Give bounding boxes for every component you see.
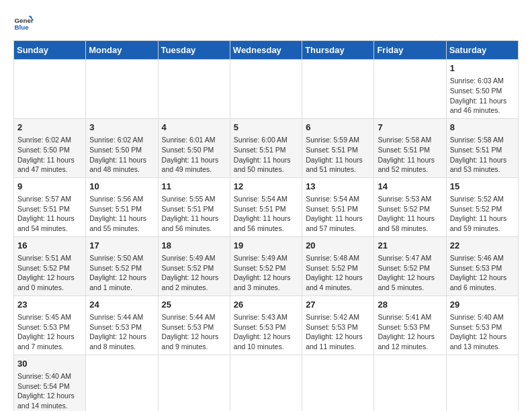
calendar-cell: 23Sunrise: 5:45 AMSunset: 5:53 PMDayligh… — [14, 295, 86, 355]
svg-text:Blue: Blue — [15, 24, 30, 31]
calendar-cell: 15Sunrise: 5:52 AMSunset: 5:52 PMDayligh… — [446, 177, 518, 236]
day-number: 22 — [450, 240, 515, 252]
day-number: 2 — [17, 122, 82, 134]
calendar-cell: 28Sunrise: 5:41 AMSunset: 5:53 PMDayligh… — [374, 295, 446, 355]
calendar-cell — [374, 355, 446, 411]
day-number: 30 — [17, 358, 82, 370]
week-row: 2Sunrise: 6:02 AMSunset: 5:50 PMDaylight… — [14, 118, 519, 177]
page-header: General Blue — [13, 13, 519, 34]
calendar-cell — [14, 60, 86, 119]
calendar-cell: 3Sunrise: 6:02 AMSunset: 5:50 PMDaylight… — [86, 118, 158, 177]
calendar-cell: 24Sunrise: 5:44 AMSunset: 5:53 PMDayligh… — [86, 295, 158, 355]
calendar-header: SundayMondayTuesdayWednesdayThursdayFrid… — [14, 41, 519, 60]
day-number: 10 — [89, 181, 154, 193]
day-number: 16 — [17, 240, 82, 252]
calendar-cell: 25Sunrise: 5:44 AMSunset: 5:53 PMDayligh… — [158, 295, 230, 355]
day-number: 8 — [450, 122, 515, 134]
calendar-cell — [302, 60, 374, 119]
day-header-monday: Monday — [86, 41, 158, 60]
logo-icon: General Blue — [13, 13, 34, 34]
calendar-cell: 19Sunrise: 5:49 AMSunset: 5:52 PMDayligh… — [230, 236, 302, 295]
calendar-cell: 1Sunrise: 6:03 AMSunset: 5:50 PMDaylight… — [446, 60, 518, 119]
day-number: 17 — [89, 240, 154, 252]
calendar-cell: 20Sunrise: 5:48 AMSunset: 5:52 PMDayligh… — [302, 236, 374, 295]
day-header-tuesday: Tuesday — [158, 41, 230, 60]
calendar-table: SundayMondayTuesdayWednesdayThursdayFrid… — [13, 40, 519, 411]
day-number: 1 — [450, 62, 515, 75]
logo: General Blue — [13, 13, 34, 34]
day-header-saturday: Saturday — [446, 41, 518, 60]
day-number: 19 — [234, 240, 298, 252]
calendar-cell: 22Sunrise: 5:46 AMSunset: 5:53 PMDayligh… — [446, 236, 518, 295]
day-header-sunday: Sunday — [14, 41, 86, 60]
calendar-cell: 7Sunrise: 5:58 AMSunset: 5:51 PMDaylight… — [374, 118, 446, 177]
calendar-cell — [230, 60, 302, 119]
day-number: 24 — [89, 299, 154, 311]
calendar-cell: 4Sunrise: 6:01 AMSunset: 5:50 PMDaylight… — [158, 118, 230, 177]
calendar-cell: 18Sunrise: 5:49 AMSunset: 5:52 PMDayligh… — [158, 236, 230, 295]
calendar-cell: 27Sunrise: 5:42 AMSunset: 5:53 PMDayligh… — [302, 295, 374, 355]
calendar-cell — [230, 355, 302, 411]
calendar-cell — [374, 60, 446, 119]
calendar-cell: 9Sunrise: 5:57 AMSunset: 5:51 PMDaylight… — [14, 177, 86, 236]
calendar-cell: 5Sunrise: 6:00 AMSunset: 5:51 PMDaylight… — [230, 118, 302, 177]
calendar-cell: 11Sunrise: 5:55 AMSunset: 5:51 PMDayligh… — [158, 177, 230, 236]
week-row: 16Sunrise: 5:51 AMSunset: 5:52 PMDayligh… — [14, 236, 519, 295]
calendar-cell: 2Sunrise: 6:02 AMSunset: 5:50 PMDaylight… — [14, 118, 86, 177]
calendar-cell: 8Sunrise: 5:58 AMSunset: 5:51 PMDaylight… — [446, 118, 518, 177]
day-number: 20 — [306, 240, 370, 252]
day-number: 15 — [450, 181, 515, 193]
day-header-wednesday: Wednesday — [230, 41, 302, 60]
week-row: 9Sunrise: 5:57 AMSunset: 5:51 PMDaylight… — [14, 177, 519, 236]
day-number: 9 — [17, 181, 82, 193]
day-number: 7 — [378, 122, 442, 134]
day-header-thursday: Thursday — [302, 41, 374, 60]
calendar-cell: 14Sunrise: 5:53 AMSunset: 5:52 PMDayligh… — [374, 177, 446, 236]
day-number: 5 — [234, 122, 298, 134]
calendar-cell: 12Sunrise: 5:54 AMSunset: 5:51 PMDayligh… — [230, 177, 302, 236]
calendar-cell — [86, 355, 158, 411]
day-number: 18 — [162, 240, 226, 252]
calendar-cell: 30Sunrise: 5:40 AMSunset: 5:54 PMDayligh… — [14, 355, 86, 411]
day-number: 23 — [17, 299, 82, 311]
day-number: 11 — [162, 181, 226, 193]
day-number: 6 — [306, 122, 370, 134]
calendar-cell: 21Sunrise: 5:47 AMSunset: 5:52 PMDayligh… — [374, 236, 446, 295]
calendar-cell — [158, 355, 230, 411]
day-number: 21 — [378, 240, 442, 252]
week-row: 1Sunrise: 6:03 AMSunset: 5:50 PMDaylight… — [14, 60, 519, 119]
calendar-cell: 13Sunrise: 5:54 AMSunset: 5:51 PMDayligh… — [302, 177, 374, 236]
calendar-cell: 17Sunrise: 5:50 AMSunset: 5:52 PMDayligh… — [86, 236, 158, 295]
day-header-friday: Friday — [374, 41, 446, 60]
calendar-cell — [86, 60, 158, 119]
calendar-cell: 26Sunrise: 5:43 AMSunset: 5:53 PMDayligh… — [230, 295, 302, 355]
calendar-cell — [158, 60, 230, 119]
day-number: 25 — [162, 299, 226, 311]
calendar-cell — [446, 355, 518, 411]
day-number: 12 — [234, 181, 298, 193]
day-number: 29 — [450, 299, 515, 311]
calendar-cell: 29Sunrise: 5:40 AMSunset: 5:53 PMDayligh… — [446, 295, 518, 355]
day-number: 14 — [378, 181, 442, 193]
day-number: 4 — [162, 122, 226, 134]
calendar-cell: 10Sunrise: 5:56 AMSunset: 5:51 PMDayligh… — [86, 177, 158, 236]
calendar-cell: 16Sunrise: 5:51 AMSunset: 5:52 PMDayligh… — [14, 236, 86, 295]
calendar-cell: 6Sunrise: 5:59 AMSunset: 5:51 PMDaylight… — [302, 118, 374, 177]
day-number: 3 — [89, 122, 154, 134]
week-row: 23Sunrise: 5:45 AMSunset: 5:53 PMDayligh… — [14, 295, 519, 355]
day-number: 28 — [378, 299, 442, 311]
day-number: 26 — [234, 299, 298, 311]
calendar-body: 1Sunrise: 6:03 AMSunset: 5:50 PMDaylight… — [14, 60, 519, 412]
calendar-cell — [302, 355, 374, 411]
week-row: 30Sunrise: 5:40 AMSunset: 5:54 PMDayligh… — [14, 355, 519, 411]
day-number: 13 — [306, 181, 370, 193]
day-number: 27 — [306, 299, 370, 311]
